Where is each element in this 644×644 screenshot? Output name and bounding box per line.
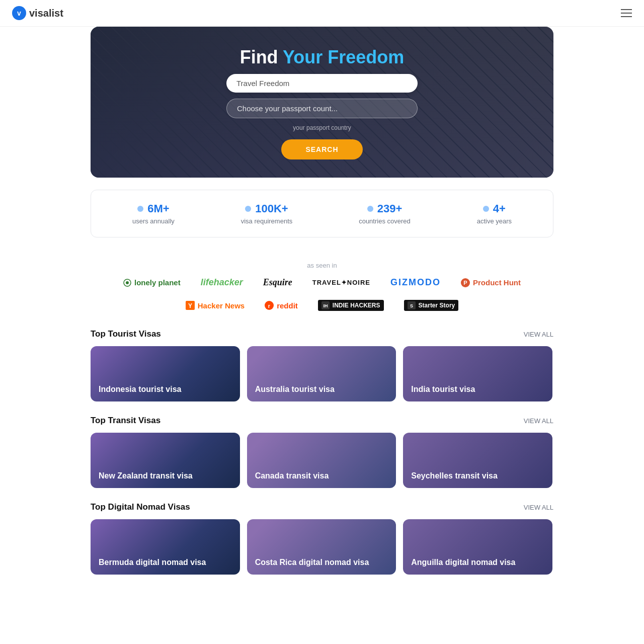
nomad-visa-card-costarica[interactable]: Costa Rica digital nomad visa — [247, 519, 396, 575]
press-esquire: Esquire — [263, 277, 292, 288]
stats-section: 6M+ users annually 100K+ visa requiremen… — [91, 190, 553, 237]
transit-visa-cards: New Zealand transit visa Canada transit … — [91, 433, 553, 488]
logo-icon: v — [12, 6, 26, 20]
logo-text: visalist — [29, 8, 63, 19]
transit-visas-section: Top Transit Visas VIEW ALL New Zealand t… — [91, 416, 553, 488]
nomad-visa-label-anguilla: Anguilla digital nomad visa — [411, 557, 544, 568]
tourist-visas-header: Top Tourist Visas VIEW ALL — [91, 329, 553, 339]
tourist-visa-label-indonesia: Indonesia tourist visa — [99, 384, 232, 394]
press-section: as seen in lonely planet lifehacker Esqu… — [0, 250, 644, 315]
svg-text:P: P — [463, 280, 467, 286]
hero-title: Find Your Freedom — [240, 47, 405, 68]
nomad-visas-header: Top Digital Nomad Visas VIEW ALL — [91, 502, 553, 512]
press-lonely-planet: lonely planet — [123, 277, 181, 288]
press-travel-noire: TRAVEL✦NOIRE — [312, 277, 370, 288]
transit-visa-card-canada[interactable]: Canada transit visa — [247, 433, 396, 488]
nomad-visa-label-bermuda: Bermuda digital nomad visa — [99, 557, 232, 568]
transit-visa-label-nz: New Zealand transit visa — [99, 471, 232, 481]
as-seen-label: as seen in — [0, 262, 644, 269]
tourist-visas-view-all[interactable]: VIEW ALL — [524, 331, 553, 338]
hero-content: Find Your Freedom Travel Freedom Choose … — [91, 27, 553, 159]
stat-years-number: 4+ — [493, 202, 506, 215]
tourist-visa-label-australia: Australia tourist visa — [255, 384, 388, 394]
tourist-visa-label-india: India tourist visa — [411, 384, 544, 394]
stat-visas-label: visa requirements — [241, 217, 293, 225]
press-indie-hackers: IH INDIE HACKERS — [318, 300, 384, 311]
nomad-visa-label-costarica: Costa Rica digital nomad visa — [255, 557, 388, 568]
stat-visas-number: 100K+ — [255, 202, 288, 215]
tourist-visas-section: Top Tourist Visas VIEW ALL Indonesia tou… — [91, 329, 553, 401]
hero-section: Find Your Freedom Travel Freedom Choose … — [91, 27, 553, 178]
transit-visas-header: Top Transit Visas VIEW ALL — [91, 416, 553, 426]
stat-countries: 239+ countries covered — [359, 202, 411, 225]
nomad-visas-view-all[interactable]: VIEW ALL — [524, 504, 553, 511]
stat-dot — [367, 206, 373, 212]
press-hacker-news: Y Hacker News — [186, 300, 245, 311]
logo-link[interactable]: v visalist — [12, 6, 63, 20]
search-input-display[interactable]: Travel Freedom — [226, 74, 418, 93]
hamburger-menu[interactable] — [621, 9, 632, 17]
stat-visas: 100K+ visa requirements — [241, 202, 293, 225]
stat-years-label: active years — [477, 217, 512, 225]
press-reddit: r reddit — [265, 300, 298, 311]
nomad-visa-card-bermuda[interactable]: Bermuda digital nomad visa — [91, 519, 240, 575]
transit-visas-title: Top Transit Visas — [91, 416, 160, 426]
passport-hint: your passport country — [293, 124, 351, 131]
stat-countries-number: 239+ — [377, 202, 403, 215]
tourist-visa-cards: Indonesia tourist visa Australia tourist… — [91, 346, 553, 401]
nomad-visas-title: Top Digital Nomad Visas — [91, 502, 190, 512]
transit-visa-card-nz[interactable]: New Zealand transit visa — [91, 433, 240, 488]
stat-users: 6M+ users annually — [132, 202, 175, 225]
transit-visas-view-all[interactable]: VIEW ALL — [524, 417, 553, 425]
tourist-visa-card-indonesia[interactable]: Indonesia tourist visa — [91, 346, 240, 401]
nomad-visa-cards: Bermuda digital nomad visa Costa Rica di… — [91, 519, 553, 575]
press-logos: lonely planet lifehacker Esquire TRAVEL✦… — [0, 277, 644, 311]
stat-users-number: 6M+ — [147, 202, 169, 215]
stat-countries-label: countries covered — [359, 217, 411, 225]
stat-users-label: users annually — [132, 217, 175, 225]
search-button[interactable]: SEARCH — [281, 139, 362, 159]
nomad-visas-section: Top Digital Nomad Visas VIEW ALL Bermuda… — [91, 502, 553, 575]
navbar: v visalist — [0, 0, 644, 27]
svg-text:S: S — [410, 303, 413, 308]
transit-visa-card-seychelles[interactable]: Seychelles transit visa — [403, 433, 552, 488]
nomad-visa-card-anguilla[interactable]: Anguilla digital nomad visa — [403, 519, 552, 575]
svg-text:r: r — [268, 303, 271, 309]
transit-visa-label-seychelles: Seychelles transit visa — [411, 471, 544, 481]
passport-selector[interactable]: Choose your passport count... — [226, 99, 418, 118]
press-starter-story: S Starter Story — [404, 300, 459, 311]
tourist-visa-card-australia[interactable]: Australia tourist visa — [247, 346, 396, 401]
tourist-visas-title: Top Tourist Visas — [91, 329, 161, 339]
transit-visa-label-canada: Canada transit visa — [255, 471, 388, 481]
stat-dot — [483, 206, 489, 212]
press-gizmodo: GIZMODO — [390, 277, 441, 288]
stat-dot — [245, 206, 251, 212]
stat-dot — [137, 206, 143, 212]
svg-text:Y: Y — [188, 302, 192, 309]
svg-text:IH: IH — [323, 303, 328, 308]
stat-years: 4+ active years — [477, 202, 512, 225]
press-product-hunt: P Product Hunt — [461, 277, 521, 288]
svg-point-1 — [126, 281, 129, 284]
tourist-visa-card-india[interactable]: India tourist visa — [403, 346, 552, 401]
press-lifehacker: lifehacker — [201, 277, 243, 288]
